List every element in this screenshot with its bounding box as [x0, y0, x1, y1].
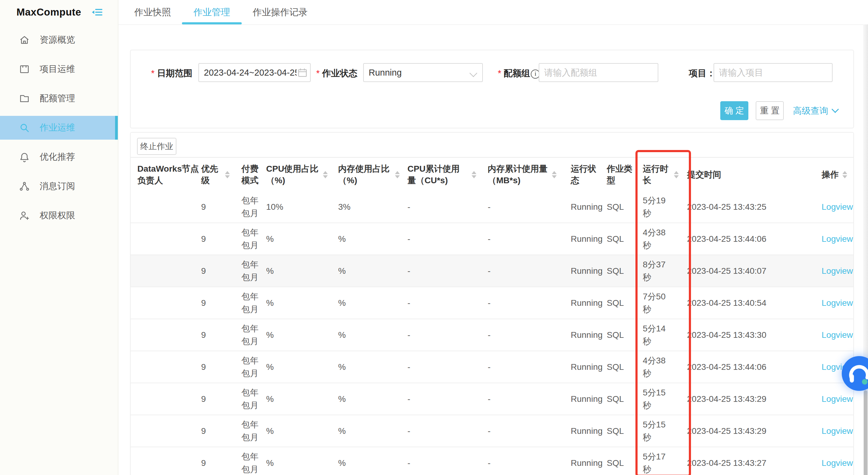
- tab-作业管理[interactable]: 作业管理: [193, 0, 230, 24]
- table-cell: 9: [201, 415, 221, 447]
- sidebar-item-label: 配额管理: [40, 92, 75, 105]
- terminate-jobs-button[interactable]: 终止作业: [137, 138, 177, 155]
- table-cell: 9: [201, 351, 221, 383]
- logview-link[interactable]: Logview: [822, 223, 855, 255]
- reset-button[interactable]: 重 置: [756, 101, 784, 120]
- sidebar-item-优化推荐[interactable]: 优化推荐: [0, 145, 118, 169]
- table-row[interactable]: 9包年包月%%--RunningSQL4分38秒2023-04-25 13:44…: [131, 223, 854, 255]
- table-cell: %: [266, 287, 319, 318]
- advanced-query-label: 高级查询: [793, 106, 828, 115]
- table-cell: %: [338, 415, 391, 447]
- table-cell: %: [266, 447, 319, 475]
- table-cell: 包年包月: [241, 447, 261, 475]
- table-cell: 包年包月: [241, 415, 261, 447]
- logview-link[interactable]: Logview: [822, 415, 855, 447]
- table-cell: 3%: [338, 191, 391, 223]
- logo-row: MaxCompute: [0, 0, 118, 24]
- table-row[interactable]: 9包年包月%%--RunningSQL5分14秒2023-04-25 13:43…: [131, 319, 854, 351]
- logview-link[interactable]: Logview: [822, 319, 855, 350]
- sidebar-item-消息订阅[interactable]: 消息订阅: [0, 174, 118, 198]
- filter-label-配额组: *配额组i: [498, 63, 540, 83]
- chevron-down-icon: [831, 105, 839, 113]
- required-asterisk: *: [316, 68, 319, 78]
- sort-icon[interactable]: [323, 171, 328, 178]
- confirm-button[interactable]: 确 定: [720, 101, 748, 120]
- table-cell: SQL: [607, 351, 634, 383]
- support-button[interactable]: [842, 356, 868, 391]
- menu-fold-icon[interactable]: [92, 7, 102, 18]
- logview-link[interactable]: Logview: [822, 191, 855, 223]
- table-cell: Running: [571, 415, 598, 447]
- table-cell: -: [407, 383, 468, 415]
- table-cell: [137, 319, 202, 350]
- table-header-cell-内存累计使用量（MB*s)[interactable]: 内存累计使用量（MB*s): [488, 158, 557, 192]
- table-cell: SQL: [607, 287, 634, 318]
- table-cell: %: [266, 351, 319, 383]
- table-cell: 5分15秒: [643, 415, 670, 447]
- sidebar-item-label: 优化推荐: [40, 151, 75, 163]
- sidebar-item-资源概览[interactable]: 资源概览: [0, 28, 118, 52]
- job-status-select[interactable]: Running: [363, 63, 483, 82]
- table-row[interactable]: 9包年包月10%3%--RunningSQL5分19秒2023-04-25 13…: [131, 191, 854, 223]
- sort-icon[interactable]: [552, 171, 557, 178]
- table-cell: 9: [201, 255, 221, 286]
- table-header-cell-提交时间: 提交时间: [687, 158, 788, 192]
- table-cell: -: [407, 319, 468, 350]
- table-header: DataWorks节点负责人优先级付费模式CPU使用占比（%)内存使用占比（%)…: [131, 157, 854, 192]
- sidebar-item-权限权限[interactable]: 权限权限: [0, 204, 118, 228]
- table-cell: %: [266, 383, 319, 415]
- table-row[interactable]: 9包年包月%%--RunningSQL5分17秒2023-04-25 13:43…: [131, 447, 854, 475]
- table-header-cell-CPU使用占比（%)[interactable]: CPU使用占比（%): [266, 158, 328, 192]
- table-cell: -: [407, 223, 468, 255]
- table-header-cell-优先级[interactable]: 优先级: [201, 158, 230, 192]
- share-icon: [19, 181, 30, 192]
- maxcompute-console: MaxCompute 资源概览项目运维配额管理作业运维优化推荐消息订阅权限权限 …: [0, 0, 868, 475]
- sidebar-item-项目运维[interactable]: 项目运维: [0, 57, 118, 81]
- scrollbar-thumb[interactable]: [864, 390, 867, 475]
- table-cell: 包年包月: [241, 287, 261, 318]
- filter-actions: 确 定 重 置 高级查询: [131, 101, 854, 120]
- date-range-input[interactable]: 2023-04-24~2023-04-25: [198, 63, 311, 82]
- table-cell: 4分38秒: [643, 223, 670, 255]
- table-cell: 包年包月: [241, 191, 261, 223]
- table-cell: -: [407, 191, 468, 223]
- quota-group-input[interactable]: [539, 63, 658, 82]
- sort-icon[interactable]: [395, 171, 400, 178]
- filter-label-作业状态: *作业状态: [316, 63, 358, 83]
- bell-icon: [19, 151, 30, 163]
- table-header-cell-操作[interactable]: 操作: [822, 158, 847, 192]
- logview-link[interactable]: Logview: [822, 447, 855, 475]
- table-header-cell-运行时长[interactable]: 运行时长: [643, 158, 679, 192]
- table-cell: 4分38秒: [643, 351, 670, 383]
- table-cell: -: [488, 415, 548, 447]
- home-icon: [19, 34, 30, 45]
- sort-icon[interactable]: [225, 171, 230, 178]
- sort-icon[interactable]: [471, 171, 476, 178]
- sidebar-item-配额管理[interactable]: 配额管理: [0, 87, 118, 110]
- table-header-cell-内存使用占比（%)[interactable]: 内存使用占比（%): [338, 158, 400, 192]
- table-cell: [137, 351, 202, 383]
- logview-link[interactable]: Logview: [822, 287, 855, 318]
- sort-icon[interactable]: [674, 171, 679, 178]
- table-cell: 5分17秒: [643, 447, 670, 475]
- table-row[interactable]: 9包年包月%%--RunningSQL5分15秒2023-04-25 13:43…: [131, 383, 854, 415]
- tab-作业快照[interactable]: 作业快照: [134, 0, 171, 24]
- table-row[interactable]: 9包年包月%%--RunningSQL8分37秒2023-04-25 13:40…: [131, 255, 854, 287]
- project-input[interactable]: [714, 63, 833, 82]
- table-cell: 5分14秒: [643, 319, 670, 350]
- table-header-cell-CPU累计使用量（CU*s)[interactable]: CPU累计使用量（CU*s): [407, 158, 476, 192]
- table-header-cell-付费模式: 付费模式: [241, 158, 261, 192]
- scrollbar[interactable]: [863, 24, 868, 475]
- advanced-query-link[interactable]: 高级查询: [793, 101, 838, 120]
- tab-作业操作记录[interactable]: 作业操作记录: [253, 0, 308, 24]
- sort-icon[interactable]: [842, 171, 847, 178]
- sidebar-item-作业运维[interactable]: 作业运维: [0, 116, 118, 140]
- table-row[interactable]: 9包年包月%%--RunningSQL7分50秒2023-04-25 13:40…: [131, 287, 854, 319]
- table-cell: %: [266, 319, 319, 350]
- top-tab-bar: 作业快照作业管理作业操作记录: [118, 0, 868, 25]
- logview-link[interactable]: Logview: [822, 255, 855, 286]
- table-row[interactable]: 9包年包月%%--RunningSQL4分38秒2023-04-25 13:44…: [131, 351, 854, 383]
- table-cell: 5分15秒: [643, 383, 670, 415]
- table-row[interactable]: 9包年包月%%--RunningSQL5分15秒2023-04-25 13:43…: [131, 415, 854, 447]
- table-cell: -: [407, 351, 468, 383]
